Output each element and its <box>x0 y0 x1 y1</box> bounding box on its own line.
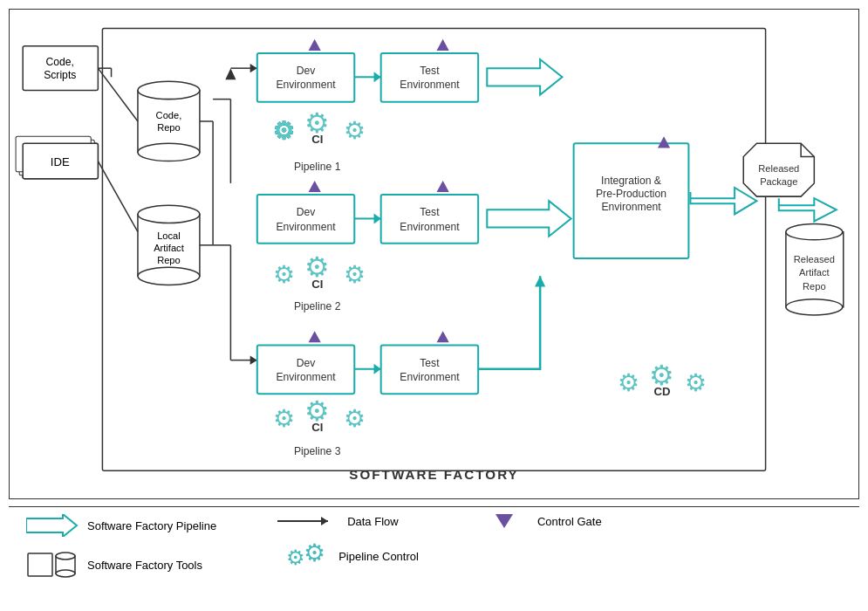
svg-text:Code,: Code, <box>46 56 74 68</box>
svg-rect-66 <box>257 345 354 394</box>
svg-text:CI: CI <box>311 421 323 434</box>
legend-control-gate: Control Gate <box>480 514 602 528</box>
svg-text:Dev: Dev <box>297 65 317 77</box>
rect-cylinder-icon <box>26 549 79 580</box>
svg-rect-34 <box>257 53 354 102</box>
svg-text:Test: Test <box>420 206 440 218</box>
legend-group-right: Control Gate <box>480 514 602 528</box>
svg-text:Local: Local <box>157 230 181 241</box>
svg-marker-92 <box>779 198 837 221</box>
black-arrow-icon <box>277 514 338 528</box>
diagram-area: Code, Scripts IDE Code, Repo <box>9 9 859 499</box>
svg-point-112 <box>56 570 75 577</box>
legend-group-left: Software Factory Pipeline Software Facto… <box>26 514 216 580</box>
legend-sf-tools-label: Software Factory Tools <box>87 559 202 572</box>
legend-sf-tools: Software Factory Tools <box>26 549 216 580</box>
svg-text:CD: CD <box>653 385 670 398</box>
svg-text:Integration &: Integration & <box>601 175 661 187</box>
svg-marker-114 <box>321 517 328 525</box>
svg-rect-109 <box>28 553 52 576</box>
svg-rect-39 <box>381 53 478 102</box>
svg-text:Environment: Environment <box>276 221 336 233</box>
svg-text:⚙: ⚙ <box>685 368 707 396</box>
legend-pipeline-control-label: Pipeline Control <box>338 550 419 563</box>
svg-point-111 <box>56 553 75 560</box>
svg-text:Environment: Environment <box>400 79 460 91</box>
svg-rect-56 <box>381 195 478 244</box>
svg-text:Package: Package <box>760 176 797 187</box>
svg-text:⚙: ⚙ <box>286 546 305 569</box>
svg-text:Test: Test <box>420 357 440 369</box>
svg-point-15 <box>138 205 200 223</box>
svg-point-16 <box>138 267 200 285</box>
svg-point-10 <box>138 81 200 99</box>
svg-text:Test: Test <box>420 65 440 77</box>
svg-text:SOFTWARE FACTORY: SOFTWARE FACTORY <box>349 467 518 482</box>
triangle-icon <box>496 514 513 528</box>
svg-text:Repo: Repo <box>803 281 826 292</box>
legend-control-gate-label: Control Gate <box>537 515 602 528</box>
svg-rect-51 <box>257 195 354 244</box>
svg-text:Pipeline 1: Pipeline 1 <box>294 161 341 173</box>
teal-arrow-icon <box>26 514 79 537</box>
svg-point-94 <box>786 224 843 240</box>
svg-text:Code,: Code, <box>156 110 182 120</box>
svg-text:IDE: IDE <box>51 155 70 168</box>
svg-text:Repo: Repo <box>157 255 181 265</box>
svg-text:Scripts: Scripts <box>44 69 76 81</box>
svg-text:CI: CI <box>311 133 323 146</box>
legend-sf-pipeline: Software Factory Pipeline <box>26 514 216 537</box>
svg-text:⚙: ⚙ <box>344 404 366 432</box>
gears-icon: ⚙ ⚙ <box>277 540 330 572</box>
svg-text:Pipeline 3: Pipeline 3 <box>294 445 341 457</box>
legend-data-flow-label: Data Flow <box>347 515 399 528</box>
svg-text:⚙: ⚙ <box>344 260 366 288</box>
svg-text:Environment: Environment <box>601 201 661 213</box>
svg-text:⚙: ⚙ <box>273 116 295 144</box>
svg-text:Environment: Environment <box>276 79 336 91</box>
svg-text:Artifact: Artifact <box>799 267 830 278</box>
legend-pipeline-control: ⚙ ⚙ Pipeline Control <box>277 540 419 572</box>
svg-text:Environment: Environment <box>400 221 460 233</box>
svg-text:⚙: ⚙ <box>273 260 295 288</box>
svg-text:⚙: ⚙ <box>344 116 366 144</box>
svg-text:Environment: Environment <box>400 371 460 383</box>
svg-text:Released: Released <box>758 163 799 174</box>
legend-sf-pipeline-label: Software Factory Pipeline <box>87 519 216 532</box>
svg-text:Artifact: Artifact <box>154 243 185 253</box>
svg-marker-108 <box>26 514 77 537</box>
legend-group-middle: Data Flow ⚙ ⚙ Pipeline Control <box>277 514 419 572</box>
svg-text:Pre-Production: Pre-Production <box>596 188 666 200</box>
svg-rect-0 <box>23 46 98 91</box>
svg-rect-71 <box>381 345 478 394</box>
svg-point-11 <box>138 143 200 161</box>
svg-text:Environment: Environment <box>276 371 336 383</box>
svg-text:⚙: ⚙ <box>304 540 325 566</box>
main-container: Code, Scripts IDE Code, Repo <box>0 0 868 611</box>
svg-text:Dev: Dev <box>297 206 317 218</box>
legend-data-flow: Data Flow <box>277 514 419 528</box>
svg-text:CI: CI <box>311 278 323 291</box>
svg-text:Dev: Dev <box>297 357 317 369</box>
svg-point-95 <box>786 299 843 315</box>
svg-text:⚙: ⚙ <box>273 404 295 432</box>
svg-text:Repo: Repo <box>157 122 181 133</box>
svg-text:Released: Released <box>794 254 835 264</box>
svg-text:Pipeline 2: Pipeline 2 <box>294 300 341 312</box>
legend-area: Software Factory Pipeline Software Facto… <box>9 506 859 602</box>
svg-text:⚙: ⚙ <box>618 368 639 396</box>
